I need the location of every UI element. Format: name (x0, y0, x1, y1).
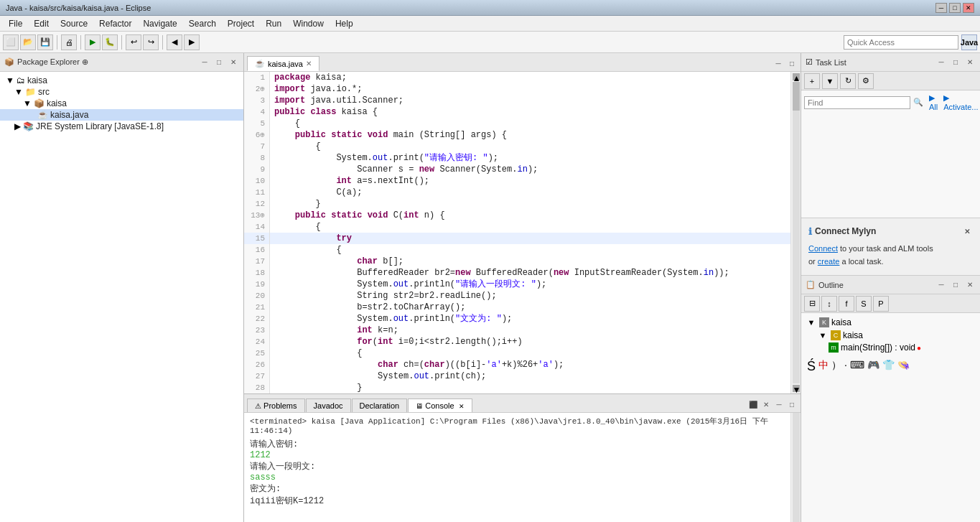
line-num-23: 23 (244, 325, 269, 336)
outline-item-kaisa[interactable]: ▼ K kaisa (804, 316, 977, 329)
package-explorer-close[interactable]: ✕ (228, 57, 239, 68)
outline-main-label: main(String[]) : void (841, 342, 915, 353)
console-scroll-track[interactable] (793, 413, 800, 522)
tree-item-package[interactable]: ▼ 📦 kaisa (0, 98, 243, 109)
connect-mylyn-close[interactable]: ✕ (961, 225, 973, 237)
menu-navigate[interactable]: Navigate (137, 17, 182, 30)
code-line-12: } (270, 198, 790, 210)
tree-item-kaisa-root[interactable]: ▼ 🗂 kaisa (0, 75, 243, 86)
task-sync-btn[interactable]: ↻ (840, 73, 856, 89)
code-line-28: } (270, 382, 790, 393)
open-button[interactable]: 📂 (20, 34, 36, 50)
kaisa-class-icon: C (831, 330, 841, 340)
ime-icon-5: ⌨ (850, 359, 864, 374)
title-buttons[interactable]: ─ □ ✕ (935, 3, 974, 13)
scroll-track[interactable] (793, 82, 800, 383)
maximize-button[interactable]: □ (949, 3, 961, 13)
menu-source[interactable]: Source (55, 17, 93, 30)
run-button[interactable]: ▶ (85, 34, 101, 50)
task-new-btn[interactable]: + (804, 73, 820, 89)
console-close-icon[interactable]: ✕ (459, 403, 465, 410)
expand-icon: ▶ (14, 121, 21, 131)
menu-file[interactable]: File (3, 17, 28, 30)
perspective-java-button[interactable]: Java (961, 34, 977, 50)
close-button[interactable]: ✕ (963, 3, 974, 13)
connect-link[interactable]: Connect (808, 244, 838, 253)
quick-access-input[interactable] (844, 35, 958, 50)
line-num-1: 1 (244, 72, 269, 83)
task-list-maximize[interactable]: □ (950, 57, 961, 68)
editor-scrollbar[interactable]: ▲ ▼ (790, 72, 801, 393)
menu-project[interactable]: Project (222, 17, 260, 30)
outline-hide-nonpublic-btn[interactable]: P (873, 296, 889, 312)
outline-sort-btn[interactable]: ↕ (821, 296, 837, 312)
tab-javadoc[interactable]: Javadoc (306, 399, 351, 412)
console-minimize-btn[interactable]: ─ (773, 399, 785, 410)
task-list: ☑ Task List ─ □ ✕ + ▼ ↻ ⚙ 🔍 ▶ All ▶ Acti… (801, 53, 980, 218)
next-button[interactable]: ▶ (184, 34, 200, 50)
editor-maximize-btn[interactable]: □ (786, 57, 798, 69)
task-list-minimize[interactable]: ─ (935, 57, 947, 68)
menu-window[interactable]: Window (287, 17, 330, 30)
kaisa-root-icon: K (819, 317, 829, 327)
editor-minimize-btn[interactable]: ─ (773, 57, 784, 69)
code-content[interactable]: package kaisa; import java.io.*; import … (270, 72, 790, 393)
outline-item-main[interactable]: m main(String[]) : void ● (804, 342, 977, 353)
menu-edit[interactable]: Edit (28, 17, 55, 30)
ime-icon-2: 中 (818, 359, 829, 374)
editor-tab-close[interactable]: ✕ (306, 60, 312, 67)
outline-maximize[interactable]: □ (950, 279, 961, 291)
console-maximize-btn[interactable]: □ (786, 399, 798, 410)
outline-hide-fields-btn[interactable]: f (839, 296, 854, 312)
outline-close[interactable]: ✕ (964, 279, 976, 291)
tree-item-kaisa-java[interactable]: ☕ kaisa.java (0, 109, 243, 121)
project-icon: 🗂 (17, 75, 25, 85)
scroll-thumb[interactable] (793, 82, 800, 111)
ime-icon-8: 👒 (897, 359, 910, 374)
editor-tab-kaisa-java[interactable]: ☕ kaisa.java ✕ (247, 56, 319, 71)
outline-collapse-btn[interactable]: ⊟ (804, 296, 820, 312)
code-line-27: System.out.print(ch); (270, 370, 790, 382)
menu-run[interactable]: Run (260, 17, 287, 30)
redo-button[interactable]: ↪ (143, 34, 159, 50)
bottom-tab-buttons: ⬛ ✕ ─ □ (747, 399, 798, 412)
prev-button[interactable]: ◀ (167, 34, 182, 50)
toolbar: ⬜ 📂 💾 🖨 ▶ 🐛 ↩ ↪ ◀ ▶ Java (0, 32, 980, 53)
menu-search[interactable]: Search (183, 17, 222, 30)
scroll-up[interactable]: ▲ (793, 73, 800, 80)
package-explorer-maximize[interactable]: □ (213, 57, 225, 68)
console-stop-btn[interactable]: ⬛ (747, 399, 759, 410)
tab-console[interactable]: 🖥 Console ✕ (408, 399, 472, 412)
all-label: ▶ All (929, 93, 938, 111)
print-button[interactable]: 🖨 (61, 34, 77, 50)
console-clear-btn[interactable]: ✕ (760, 399, 772, 410)
new-button[interactable]: ⬜ (3, 34, 19, 50)
ime-icon-3: ） (831, 359, 841, 374)
outline-expand-icon-2: ▼ (817, 330, 829, 341)
minimize-button[interactable]: ─ (935, 3, 947, 13)
package-explorer-minimize[interactable]: ─ (199, 57, 210, 68)
outline-item-kaisa-class[interactable]: ▼ C kaisa (804, 329, 977, 342)
create-link[interactable]: create (818, 257, 840, 266)
outline-kaisa-class-label: kaisa (843, 330, 863, 340)
line-numbers: 1 2⊕ 3 4 5 6⊕ 7 8 9 10 11 12 13⊕ 14 15 1… (244, 72, 270, 393)
outline-minimize[interactable]: ─ (935, 279, 947, 291)
menu-help[interactable]: Help (330, 17, 359, 30)
undo-button[interactable]: ↩ (126, 34, 141, 50)
menu-refactor[interactable]: Refactor (93, 17, 137, 30)
console-scrollbar[interactable] (790, 413, 801, 522)
debug-button[interactable]: 🐛 (102, 34, 118, 50)
scroll-down[interactable]: ▼ (793, 385, 800, 392)
tab-declaration[interactable]: Declaration (352, 399, 408, 412)
tree-item-jre[interactable]: ▶ 📚 JRE System Library [JavaSE-1.8] (0, 121, 243, 132)
tree-item-src[interactable]: ▼ 📁 src (0, 86, 243, 98)
task-find-input[interactable] (804, 96, 910, 109)
task-settings-btn[interactable]: ⚙ (858, 73, 874, 89)
tab-problems[interactable]: ⚠ Problems (247, 399, 305, 412)
save-button[interactable]: 💾 (37, 34, 53, 50)
task-filter-btn[interactable]: ▼ (822, 73, 838, 89)
line-num-17: 17 (244, 256, 269, 267)
task-list-close[interactable]: ✕ (964, 57, 976, 68)
search-icon: 🔍 (913, 98, 923, 107)
outline-hide-static-btn[interactable]: S (856, 296, 872, 312)
